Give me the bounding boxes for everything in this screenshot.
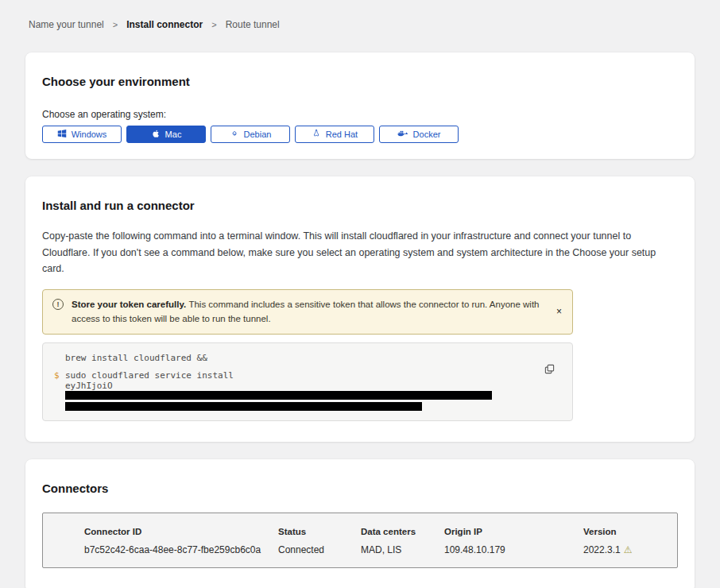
alert-circle-icon: ! [52,299,64,310]
debian-icon [230,129,239,140]
status-badge: Connected [278,544,361,555]
os-button-label: Docker [413,130,441,139]
close-icon[interactable]: × [556,307,562,316]
redhat-icon [312,129,321,140]
warning-text: Store your token carefully. This command… [72,297,545,327]
environment-card-title: Choose your environment [42,75,678,88]
token-text: eyJhIjoiO [65,381,536,401]
choose-environment-card: Choose your environment Choose an operat… [25,52,695,159]
os-button-windows[interactable]: Windows [42,126,122,143]
prompt-spacer [54,381,65,401]
column-header-status: Status [278,527,361,544]
apple-icon [151,129,161,140]
connector-id-value: b7c52c42-6caa-48ee-8c77-fbe259cb6c0a [84,544,278,555]
code-text: brew install cloudflared && [65,353,207,363]
os-button-label: Debian [244,130,272,139]
os-button-redhat[interactable]: Red Hat [295,126,374,143]
code-line-sudo: $ sudo cloudflared service install [54,370,536,381]
origin-ip-value: 109.48.10.179 [444,544,583,555]
prompt-spacer [54,353,65,363]
terminal-command-block: brew install cloudflared && $ sudo cloud… [42,342,573,422]
redacted-token-bar [65,391,492,400]
os-button-label: Red Hat [326,130,358,139]
code-line-token: eyJhIjoiO [54,381,536,401]
version-value: 2022.3.1 [583,544,621,555]
tunnel-setup-page: Name your tunnel > Install connector > R… [0,0,720,588]
connectors-card: Connectors Connector ID Status Data cent… [25,459,695,588]
os-button-group: Windows Mac Debian Red Hat [42,126,678,143]
install-card-title: Install and run a connector [42,199,678,212]
warning-triangle-icon: ⚠ [624,544,633,555]
os-button-mac[interactable]: Mac [126,126,206,143]
breadcrumb-separator: > [211,20,216,29]
os-button-docker[interactable]: Docker [379,126,459,143]
data-centers-value: MAD, LIS [361,544,444,555]
os-button-label: Windows [72,130,107,139]
breadcrumb-name-your-tunnel[interactable]: Name your tunnel [29,19,104,30]
token-warning-banner: ! Store your token carefully. This comma… [42,289,573,335]
version-cell: 2022.3.1⚠ [583,544,669,555]
breadcrumb-route-tunnel[interactable]: Route tunnel [226,19,280,30]
code-line-brew: brew install cloudflared && [54,353,536,363]
token-prefix: eyJhIjoiO [65,381,113,391]
docker-icon [397,130,408,140]
windows-icon [57,129,67,140]
warning-title: Store your token carefully. [72,300,188,309]
os-select-label: Choose an operating system: [42,109,678,120]
shell-prompt: $ [54,370,65,381]
column-header-version: Version [583,527,669,544]
connectors-card-title: Connectors [42,482,678,495]
redacted-token-bar [65,402,422,411]
copy-icon[interactable] [544,364,555,374]
os-button-debian[interactable]: Debian [211,126,290,143]
column-header-origin-ip: Origin IP [444,527,583,544]
breadcrumb-install-connector[interactable]: Install connector [126,19,203,30]
connectors-table: Connector ID Status Data centers Origin … [42,513,678,568]
install-connector-card: Install and run a connector Copy-paste t… [25,176,695,442]
os-button-label: Mac [165,130,182,139]
column-header-connector-id: Connector ID [84,527,278,544]
prompt-spacer [54,401,65,411]
code-text: sudo cloudflared service install [65,370,234,381]
breadcrumb: Name your tunnel > Install connector > R… [29,19,695,30]
install-description: Copy-paste the following command into a … [42,228,678,277]
breadcrumb-separator: > [113,20,118,29]
code-line-token-2 [54,401,536,411]
column-header-data-centers: Data centers [361,527,444,544]
